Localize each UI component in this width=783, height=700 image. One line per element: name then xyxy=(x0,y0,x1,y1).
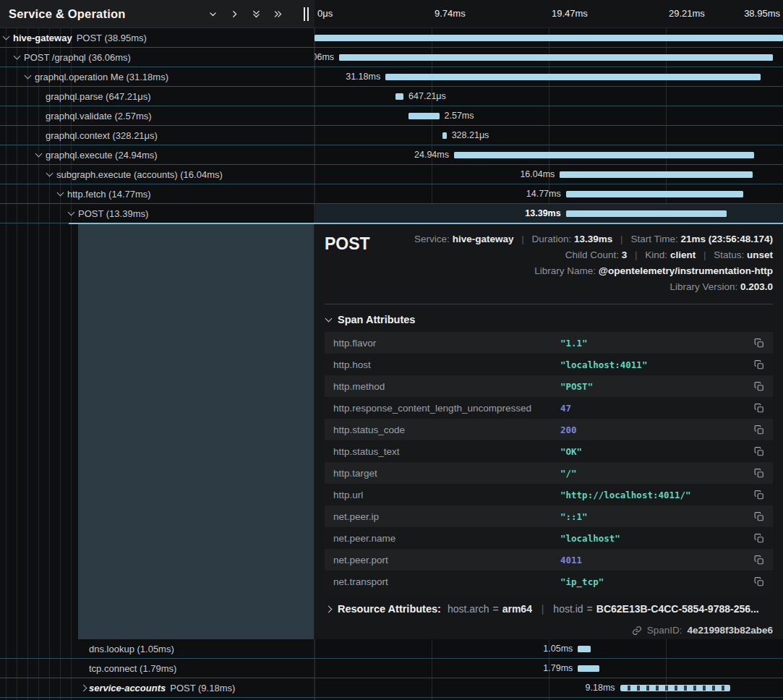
tick-label: 19.47ms xyxy=(552,8,588,19)
waterfall-row: 1.05ms xyxy=(315,639,783,659)
resource-attributes-toggle[interactable]: Resource Attributes: host.arch=arm64 | h… xyxy=(326,603,773,615)
panel-title: Service & Operation xyxy=(9,7,126,21)
chevron-down-icon[interactable] xyxy=(46,170,54,177)
attributes-table: http.flavor "1.1" http.host "localhost:4… xyxy=(325,332,773,592)
start-time-label: Start Time: xyxy=(630,234,677,244)
chevron-down-icon[interactable] xyxy=(3,33,10,40)
chevron-down-icon[interactable] xyxy=(25,72,32,80)
span-attributes-toggle[interactable]: Span Attributes xyxy=(326,314,773,325)
operation-label: POST /graphql (36.06ms) xyxy=(24,52,131,63)
copy-icon[interactable] xyxy=(754,381,764,392)
tree-row-post-selected[interactable]: POST (13.39ms) xyxy=(0,204,315,223)
waterfall-row: 647.21μs xyxy=(315,87,783,106)
waterfall-row: 24.94ms xyxy=(315,145,783,165)
attribute-key: net.peer.ip xyxy=(333,511,560,522)
resource-key: host.id xyxy=(553,603,583,615)
copy-icon[interactable] xyxy=(754,511,764,522)
chevron-down-icon[interactable] xyxy=(14,53,21,60)
child-count-label: Child Count: xyxy=(565,249,619,260)
library-version-label: Library Version: xyxy=(669,281,737,292)
tree-row-hive-gateway[interactable]: hive-gateway POST (38.95ms) xyxy=(0,28,315,48)
tree-row-post-graphql[interactable]: POST /graphql (36.06ms) xyxy=(0,48,315,67)
tree-row-dns-lookup[interactable]: dns.lookup (1.05ms) xyxy=(0,639,315,659)
span-bar[interactable] xyxy=(408,113,440,119)
attribute-value: "1.1" xyxy=(560,338,588,349)
waterfall-row xyxy=(315,28,783,48)
attribute-row: net.peer.port 4011 xyxy=(325,549,773,571)
copy-icon[interactable] xyxy=(754,576,764,587)
attribute-key: http.method xyxy=(333,381,560,392)
resource-value: BC62E13B-C4CC-5854-9788-256... xyxy=(596,603,759,615)
chevron-down-icon[interactable] xyxy=(57,189,64,197)
waterfall-row: 2.57ms xyxy=(315,106,783,126)
duration-label: 36.06ms xyxy=(315,52,339,62)
copy-icon[interactable] xyxy=(754,424,764,435)
tree-row-graphql-parse[interactable]: graphql.parse (647.21μs) xyxy=(0,87,315,106)
attribute-row: net.peer.name "localhost" xyxy=(325,527,773,549)
library-name-value: @opentelemetry/instrumentation-http xyxy=(599,265,773,276)
waterfall-row: 16.04ms xyxy=(315,165,783,184)
span-bar[interactable] xyxy=(578,665,599,672)
copy-icon[interactable] xyxy=(754,468,764,479)
operation-label: POST (9.18ms) xyxy=(170,683,235,693)
collapse-all-icon[interactable] xyxy=(252,9,261,19)
chevron-right-icon[interactable] xyxy=(80,684,87,691)
tree-row-subgraph-execute[interactable]: subgraph.execute (accounts) (16.04ms) xyxy=(0,165,315,184)
attribute-value: "localhost:4011" xyxy=(560,359,647,370)
span-bar[interactable] xyxy=(339,54,773,61)
chevron-down-icon[interactable] xyxy=(208,9,218,19)
span-bar[interactable] xyxy=(395,93,403,100)
operation-label: graphql.validate (2.57ms) xyxy=(46,111,152,121)
span-title: POST xyxy=(325,231,370,295)
waterfall-row: 328.21μs xyxy=(315,126,783,145)
copy-icon[interactable] xyxy=(754,403,764,414)
span-bar[interactable] xyxy=(566,191,744,197)
tick-label: 38.95ms xyxy=(744,8,780,19)
waterfall-row: 9.18ms xyxy=(315,678,783,698)
expand-all-icon[interactable] xyxy=(273,9,283,19)
attribute-value: 200 xyxy=(560,424,577,435)
span-bar[interactable] xyxy=(315,35,783,41)
tree-row-graphql-validate[interactable]: graphql.validate (2.57ms) xyxy=(0,106,315,126)
attribute-key: http.target xyxy=(333,468,560,479)
copy-icon[interactable] xyxy=(754,555,764,565)
chevron-down-icon[interactable] xyxy=(68,209,75,216)
tick-label: 0μs xyxy=(317,8,333,19)
span-bar[interactable] xyxy=(560,171,753,178)
duration-label: 31.18ms xyxy=(346,72,385,82)
copy-icon[interactable] xyxy=(754,359,764,370)
tree-row-http-fetch[interactable]: http.fetch (14.77ms) xyxy=(0,184,315,204)
duration-label: 24.94ms xyxy=(414,150,454,160)
chevron-right-icon[interactable] xyxy=(230,9,239,19)
selected-span-divider xyxy=(69,223,783,224)
copy-icon[interactable] xyxy=(754,490,764,500)
tree-row-graphql-operation[interactable]: graphql.operation Me (31.18ms) xyxy=(0,67,315,87)
span-bar[interactable] xyxy=(566,210,727,217)
tree-row-tcp-connect[interactable]: tcp.connect (1.79ms) xyxy=(0,659,315,678)
link-icon[interactable] xyxy=(632,626,642,636)
copy-icon[interactable] xyxy=(754,446,764,457)
tree-row-service-accounts[interactable]: service-accounts POST (9.18ms) xyxy=(0,678,315,698)
attribute-value: 4011 xyxy=(560,555,582,565)
tree-row-graphql-context[interactable]: graphql.context (328.21μs) xyxy=(0,126,315,145)
span-id-row: SpanID: 4e21998f3b82abe6 xyxy=(325,625,773,636)
panel-resizer[interactable] xyxy=(304,7,312,21)
copy-icon[interactable] xyxy=(754,338,764,349)
waterfall-row: 31.18ms xyxy=(315,67,783,87)
span-bar-collapsed[interactable] xyxy=(620,685,731,691)
attribute-key: http.flavor xyxy=(333,338,560,349)
attribute-row: net.transport "ip_tcp" xyxy=(325,571,773,592)
divider xyxy=(325,304,773,304)
chevron-down-icon[interactable] xyxy=(35,150,43,158)
duration-label: 1.79ms xyxy=(543,663,578,673)
tree-row-graphql-execute[interactable]: graphql.execute (24.94ms) xyxy=(0,145,315,165)
attribute-key: http.url xyxy=(333,490,560,500)
attribute-value: "OK" xyxy=(560,446,582,457)
span-bar[interactable] xyxy=(454,152,754,158)
waterfall-row: 14.77ms xyxy=(315,184,783,204)
span-bar[interactable] xyxy=(578,646,590,652)
span-bar[interactable] xyxy=(385,74,761,80)
copy-icon[interactable] xyxy=(754,533,764,544)
duration-label: 13.39ms xyxy=(525,208,565,218)
duration-label: 1.05ms xyxy=(543,644,578,654)
